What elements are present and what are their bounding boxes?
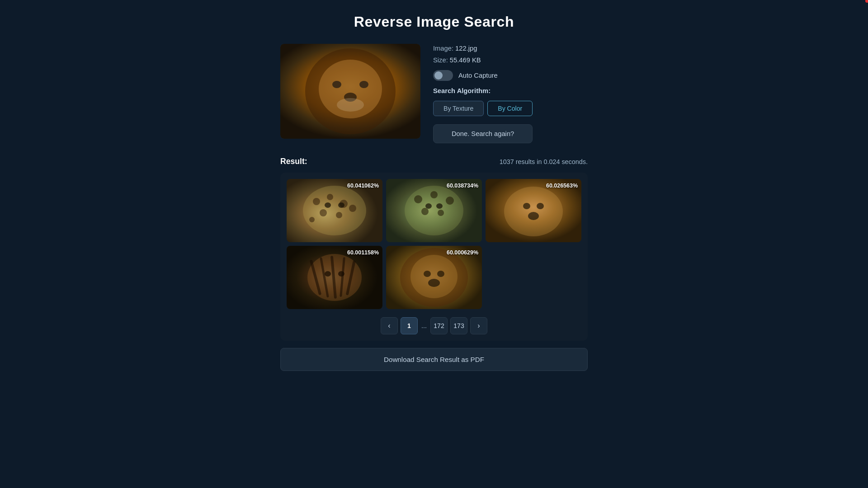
- search-again-button[interactable]: Done. Search again?: [433, 124, 533, 143]
- result-header: Result: 1037 results in 0.024 seconds.: [280, 157, 588, 166]
- lion-image: [280, 44, 420, 139]
- results-grid-container: 60.041062% 60.038734%: [280, 173, 588, 341]
- score-badge: 60.041062%: [347, 183, 379, 189]
- svg-point-22: [425, 203, 432, 209]
- svg-point-18: [430, 191, 438, 198]
- svg-point-14: [325, 202, 331, 208]
- score-badge: 60.026563%: [546, 183, 578, 189]
- svg-point-35: [338, 271, 344, 277]
- svg-point-37: [410, 255, 458, 298]
- score-badge: 60.000629%: [447, 249, 478, 256]
- svg-point-3: [359, 81, 368, 88]
- svg-point-17: [414, 195, 422, 203]
- score-badge: 60.038734%: [447, 183, 478, 189]
- svg-point-23: [436, 203, 443, 209]
- svg-point-13: [349, 205, 356, 212]
- main-container: Image: 122.jpg Size: 55.469 KB Auto Capt…: [280, 44, 588, 371]
- svg-point-15: [338, 202, 344, 208]
- score-badge: 60.001158%: [347, 249, 379, 256]
- svg-point-2: [332, 81, 341, 88]
- pagination: ‹ 1 ... 172 173 ›: [287, 317, 581, 334]
- result-count: 1037 results in 0.024 seconds.: [500, 158, 588, 165]
- svg-point-24: [504, 187, 563, 236]
- svg-point-5: [337, 98, 364, 112]
- auto-capture-toggle[interactable]: [433, 70, 453, 81]
- search-algorithm-label: Search Algorithm:: [433, 87, 533, 94]
- size-label: Size:: [433, 56, 448, 64]
- svg-point-8: [327, 194, 333, 200]
- upload-section: Image: 122.jpg Size: 55.469 KB Auto Capt…: [280, 44, 588, 143]
- page-1-button[interactable]: 1: [401, 317, 418, 334]
- svg-point-40: [428, 279, 440, 287]
- auto-capture-row: Auto Capture: [433, 70, 533, 81]
- algorithm-buttons: By Texture By Color: [433, 101, 533, 116]
- filename-row: Image: 122.jpg: [433, 45, 533, 52]
- red-dot-indicator: [865, 0, 868, 3]
- svg-point-10: [320, 209, 327, 216]
- by-color-button[interactable]: By Color: [487, 101, 533, 116]
- auto-capture-label: Auto Capture: [458, 72, 498, 79]
- page-dots: ...: [420, 322, 428, 329]
- svg-point-38: [424, 271, 431, 277]
- svg-point-11: [336, 212, 342, 218]
- result-item[interactable]: 60.001158%: [287, 246, 382, 309]
- svg-point-20: [421, 208, 429, 215]
- page-title: Reverse Image Search: [354, 14, 514, 30]
- result-label: Result:: [280, 157, 307, 166]
- svg-point-21: [438, 210, 444, 216]
- toggle-knob: [434, 71, 443, 80]
- svg-point-26: [537, 203, 544, 209]
- svg-point-6: [303, 186, 366, 235]
- svg-point-27: [528, 212, 539, 220]
- result-item[interactable]: 60.038734%: [386, 179, 482, 242]
- size-value: 55.469 KB: [450, 56, 481, 64]
- download-button[interactable]: Download Search Result as PDF: [280, 348, 588, 371]
- result-item[interactable]: 60.041062%: [287, 179, 382, 242]
- next-page-button[interactable]: ›: [470, 317, 487, 334]
- page-173-button[interactable]: 173: [450, 317, 467, 334]
- svg-point-7: [313, 198, 320, 205]
- by-texture-button[interactable]: By Texture: [433, 101, 484, 116]
- svg-point-19: [446, 197, 454, 205]
- svg-point-34: [325, 271, 331, 277]
- prev-page-button[interactable]: ‹: [381, 317, 398, 334]
- size-row: Size: 55.469 KB: [433, 56, 533, 64]
- results-grid: 60.041062% 60.038734%: [287, 179, 581, 309]
- result-item[interactable]: 60.026563%: [486, 179, 581, 242]
- filename-value: 122.jpg: [455, 45, 477, 52]
- svg-point-12: [309, 217, 315, 222]
- svg-point-39: [437, 271, 444, 277]
- svg-point-25: [523, 203, 530, 209]
- info-panel: Image: 122.jpg Size: 55.469 KB Auto Capt…: [433, 44, 533, 143]
- result-item[interactable]: 60.000629%: [386, 246, 482, 309]
- filename-label: Image:: [433, 45, 453, 52]
- image-preview[interactable]: [280, 44, 420, 139]
- page-172-button[interactable]: 172: [430, 317, 448, 334]
